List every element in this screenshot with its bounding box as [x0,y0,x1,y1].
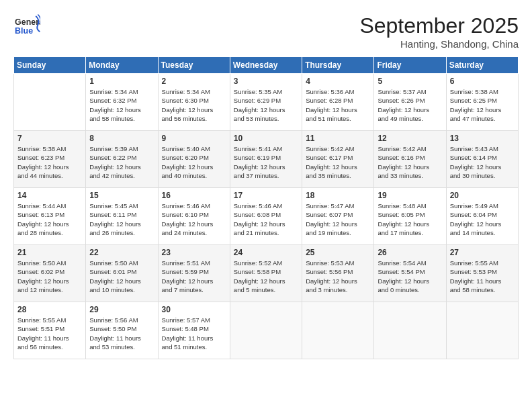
day-info: Sunrise: 5:43 AM Sunset: 6:14 PM Dayligh… [450,144,515,180]
page-header: General Blue September 2025 Hanting, Sha… [13,13,519,50]
day-number: 14 [17,191,82,200]
day-number: 26 [378,248,442,257]
day-info: Sunrise: 5:57 AM Sunset: 5:48 PM Dayligh… [162,316,226,351]
day-info: Sunrise: 5:53 AM Sunset: 5:56 PM Dayligh… [306,259,370,294]
weekday-header-monday: Monday [86,57,158,74]
calendar-cell: 14Sunrise: 5:44 AM Sunset: 6:13 PM Dayli… [14,188,86,245]
calendar-cell: 15Sunrise: 5:45 AM Sunset: 6:11 PM Dayli… [86,188,158,245]
calendar-cell: 25Sunrise: 5:53 AM Sunset: 5:56 PM Dayli… [302,245,374,302]
day-number: 18 [306,191,370,200]
calendar-cell: 28Sunrise: 5:55 AM Sunset: 5:51 PM Dayli… [14,302,86,359]
day-info: Sunrise: 5:37 AM Sunset: 6:26 PM Dayligh… [378,87,442,123]
calendar-cell: 24Sunrise: 5:52 AM Sunset: 5:58 PM Dayli… [230,245,302,302]
month-title: September 2025 [359,13,519,38]
day-number: 12 [378,134,442,143]
day-number: 5 [378,77,442,86]
calendar-cell: 5Sunrise: 5:37 AM Sunset: 6:26 PM Daylig… [374,74,446,131]
day-number: 19 [378,191,442,200]
calendar-cell: 10Sunrise: 5:41 AM Sunset: 6:19 PM Dayli… [230,131,302,188]
day-info: Sunrise: 5:34 AM Sunset: 6:32 PM Dayligh… [89,87,154,123]
calendar-cell [374,302,446,359]
day-number: 4 [306,77,370,86]
weekday-header-tuesday: Tuesday [158,57,230,74]
day-info: Sunrise: 5:38 AM Sunset: 6:23 PM Dayligh… [17,144,82,180]
calendar-cell: 13Sunrise: 5:43 AM Sunset: 6:14 PM Dayli… [446,131,518,188]
day-info: Sunrise: 5:42 AM Sunset: 6:17 PM Dayligh… [306,144,370,180]
day-info: Sunrise: 5:46 AM Sunset: 6:10 PM Dayligh… [162,201,226,237]
day-number: 3 [234,77,298,86]
day-number: 23 [162,248,226,257]
day-number: 21 [17,248,82,257]
calendar-cell: 27Sunrise: 5:55 AM Sunset: 5:53 PM Dayli… [446,245,518,302]
calendar-cell: 3Sunrise: 5:35 AM Sunset: 6:29 PM Daylig… [230,74,302,131]
day-number: 28 [17,305,82,314]
day-info: Sunrise: 5:55 AM Sunset: 5:51 PM Dayligh… [17,316,82,351]
day-number: 2 [162,77,226,86]
day-number: 13 [450,134,515,143]
svg-text:Blue: Blue [15,26,33,36]
day-info: Sunrise: 5:45 AM Sunset: 6:11 PM Dayligh… [89,201,154,237]
day-info: Sunrise: 5:50 AM Sunset: 6:01 PM Dayligh… [89,259,154,294]
calendar-cell: 11Sunrise: 5:42 AM Sunset: 6:17 PM Dayli… [302,131,374,188]
day-number: 1 [89,77,154,86]
day-info: Sunrise: 5:40 AM Sunset: 6:20 PM Dayligh… [162,144,226,180]
day-number: 10 [234,134,298,143]
location: Hanting, Shandong, China [359,38,519,50]
calendar-cell: 19Sunrise: 5:48 AM Sunset: 6:05 PM Dayli… [374,188,446,245]
day-info: Sunrise: 5:50 AM Sunset: 6:02 PM Dayligh… [17,259,82,294]
day-number: 6 [450,77,515,86]
calendar-week-3: 14Sunrise: 5:44 AM Sunset: 6:13 PM Dayli… [14,188,519,245]
day-info: Sunrise: 5:39 AM Sunset: 6:22 PM Dayligh… [89,144,154,180]
day-info: Sunrise: 5:56 AM Sunset: 5:50 PM Dayligh… [89,316,154,351]
calendar-cell: 16Sunrise: 5:46 AM Sunset: 6:10 PM Dayli… [158,188,230,245]
day-info: Sunrise: 5:55 AM Sunset: 5:53 PM Dayligh… [450,259,515,294]
calendar-cell: 18Sunrise: 5:47 AM Sunset: 6:07 PM Dayli… [302,188,374,245]
day-number: 25 [306,248,370,257]
calendar-cell: 12Sunrise: 5:42 AM Sunset: 6:16 PM Dayli… [374,131,446,188]
calendar-cell: 20Sunrise: 5:49 AM Sunset: 6:04 PM Dayli… [446,188,518,245]
calendar-cell: 22Sunrise: 5:50 AM Sunset: 6:01 PM Dayli… [86,245,158,302]
day-number: 20 [450,191,515,200]
day-number: 8 [89,134,154,143]
calendar-cell: 23Sunrise: 5:51 AM Sunset: 5:59 PM Dayli… [158,245,230,302]
day-info: Sunrise: 5:44 AM Sunset: 6:13 PM Dayligh… [17,201,82,237]
calendar-cell [446,302,518,359]
title-block: September 2025 Hanting, Shandong, China [359,13,519,50]
day-info: Sunrise: 5:38 AM Sunset: 6:25 PM Dayligh… [450,87,515,123]
day-number: 22 [89,248,154,257]
weekday-header-row: SundayMondayTuesdayWednesdayThursdayFrid… [14,57,519,74]
calendar-cell [230,302,302,359]
calendar-cell: 17Sunrise: 5:46 AM Sunset: 6:08 PM Dayli… [230,188,302,245]
day-info: Sunrise: 5:46 AM Sunset: 6:08 PM Dayligh… [234,201,298,237]
day-number: 9 [162,134,226,143]
calendar-week-2: 7Sunrise: 5:38 AM Sunset: 6:23 PM Daylig… [14,131,519,188]
calendar-cell: 4Sunrise: 5:36 AM Sunset: 6:28 PM Daylig… [302,74,374,131]
day-number: 24 [234,248,298,257]
day-number: 7 [17,134,82,143]
day-number: 11 [306,134,370,143]
weekday-header-friday: Friday [374,57,446,74]
calendar-cell [14,74,86,131]
calendar-table: SundayMondayTuesdayWednesdayThursdayFrid… [13,56,519,359]
day-info: Sunrise: 5:41 AM Sunset: 6:19 PM Dayligh… [234,144,298,180]
day-info: Sunrise: 5:49 AM Sunset: 6:04 PM Dayligh… [450,201,515,237]
calendar-cell: 21Sunrise: 5:50 AM Sunset: 6:02 PM Dayli… [14,245,86,302]
calendar-cell: 2Sunrise: 5:34 AM Sunset: 6:30 PM Daylig… [158,74,230,131]
day-info: Sunrise: 5:48 AM Sunset: 6:05 PM Dayligh… [378,201,442,237]
calendar-week-5: 28Sunrise: 5:55 AM Sunset: 5:51 PM Dayli… [14,302,519,359]
day-info: Sunrise: 5:35 AM Sunset: 6:29 PM Dayligh… [234,87,298,123]
calendar-cell: 9Sunrise: 5:40 AM Sunset: 6:20 PM Daylig… [158,131,230,188]
calendar-cell: 6Sunrise: 5:38 AM Sunset: 6:25 PM Daylig… [446,74,518,131]
calendar-week-1: 1Sunrise: 5:34 AM Sunset: 6:32 PM Daylig… [14,74,519,131]
logo: General Blue [13,13,43,37]
calendar-cell: 29Sunrise: 5:56 AM Sunset: 5:50 PM Dayli… [86,302,158,359]
day-number: 27 [450,248,515,257]
day-info: Sunrise: 5:52 AM Sunset: 5:58 PM Dayligh… [234,259,298,294]
calendar-cell: 7Sunrise: 5:38 AM Sunset: 6:23 PM Daylig… [14,131,86,188]
day-info: Sunrise: 5:54 AM Sunset: 5:54 PM Dayligh… [378,259,442,294]
calendar-cell: 26Sunrise: 5:54 AM Sunset: 5:54 PM Dayli… [374,245,446,302]
calendar-cell [302,302,374,359]
day-info: Sunrise: 5:34 AM Sunset: 6:30 PM Dayligh… [162,87,226,123]
day-info: Sunrise: 5:42 AM Sunset: 6:16 PM Dayligh… [378,144,442,180]
calendar-cell: 30Sunrise: 5:57 AM Sunset: 5:48 PM Dayli… [158,302,230,359]
